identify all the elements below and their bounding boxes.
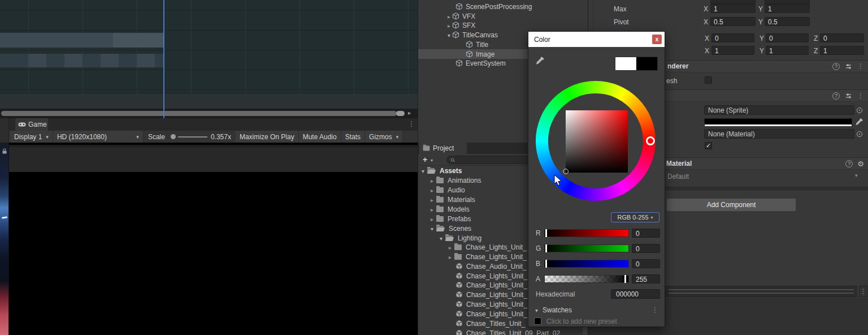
pivot-y-field[interactable]: 0.5: [765, 17, 810, 26]
rotation-y-field[interactable]: 0: [766, 33, 809, 42]
maximize-on-play-button[interactable]: Maximize On Play: [236, 131, 299, 143]
foldout-arrow-icon[interactable]: [431, 196, 433, 204]
rotation-x-field[interactable]: 0: [711, 33, 754, 42]
presets-icon[interactable]: [845, 63, 852, 70]
chevron-down-icon[interactable]: [431, 158, 433, 163]
timeline-clip-segment[interactable]: [113, 33, 163, 48]
swatches-foldout-icon[interactable]: [535, 306, 538, 314]
swatches-label[interactable]: Swatches: [542, 306, 572, 314]
scale-slider-knob[interactable]: [171, 134, 176, 139]
foldout-arrow-icon[interactable]: [449, 243, 452, 251]
foldout-arrow-icon[interactable]: [440, 234, 442, 242]
tree-item-label: Chase_Lights_Unit_: [466, 243, 527, 251]
channel-g-value-field[interactable]: 0: [632, 244, 660, 253]
slider-handle[interactable]: [545, 244, 547, 252]
scale-z-field[interactable]: 1: [820, 46, 864, 55]
color-mode-dropdown[interactable]: RGB 0-255 ▾: [611, 212, 659, 222]
foldout-arrow-icon[interactable]: [448, 12, 450, 20]
channel-a-slider[interactable]: [544, 275, 629, 283]
object-picker-button[interactable]: [855, 130, 863, 138]
field-partial[interactable]: [710, 0, 756, 4]
channel-r-value-field[interactable]: 0: [632, 229, 660, 238]
help-icon[interactable]: [832, 63, 840, 70]
pivot-x-field[interactable]: 0.5: [710, 17, 756, 26]
object-picker-icon: [857, 131, 862, 137]
help-icon[interactable]: [832, 92, 840, 100]
gizmos-dropdown[interactable]: Gizmos: [365, 131, 403, 143]
foldout-arrow-icon[interactable]: [431, 186, 433, 194]
swatches-menu-icon[interactable]: [652, 307, 658, 313]
component-menu-icon[interactable]: [857, 92, 864, 99]
foldout-arrow-icon[interactable]: [448, 22, 450, 29]
channel-g-slider[interactable]: [544, 244, 629, 252]
playhead[interactable]: [163, 0, 164, 118]
max-y-field[interactable]: 1: [765, 4, 810, 13]
foldout-arrow-icon[interactable]: [422, 167, 424, 175]
color-mode-label: RGB 0-255: [617, 214, 648, 221]
source-image-field[interactable]: None (Sprite): [704, 105, 854, 115]
close-button[interactable]: x: [652, 35, 662, 44]
channel-a-value-field[interactable]: 255: [632, 274, 660, 284]
saturation-value-box[interactable]: [566, 110, 628, 173]
cull-transparent-mesh-checkbox[interactable]: [705, 76, 712, 84]
preview-menu-button[interactable]: [859, 286, 867, 297]
foldout-arrow-icon[interactable]: [431, 205, 433, 213]
preview-resize-bar[interactable]: [665, 286, 857, 297]
preset-hint-label[interactable]: Click to add new preset: [546, 317, 617, 325]
create-asset-button[interactable]: [423, 155, 427, 164]
foldout-arrow-icon[interactable]: [431, 215, 433, 223]
scale-y-field[interactable]: 1: [766, 46, 809, 55]
help-icon[interactable]: [845, 160, 853, 168]
gear-icon[interactable]: [857, 160, 864, 168]
scale-x-field[interactable]: 1: [711, 46, 754, 55]
material-field[interactable]: None (Material): [704, 129, 854, 139]
rotation-z-field[interactable]: 0: [820, 33, 864, 42]
slider-handle[interactable]: [545, 229, 547, 237]
channel-r-slider[interactable]: [544, 229, 629, 237]
hierarchy-item-vfx[interactable]: VFX: [418, 11, 588, 21]
add-component-button[interactable]: Add Component: [666, 198, 796, 212]
hierarchy-item-scenepostprocessing[interactable]: ScenePostProcessing: [418, 2, 588, 11]
scale-slider-track[interactable]: [178, 136, 207, 138]
foldout-arrow-icon[interactable]: [431, 225, 433, 233]
hexadecimal-field[interactable]: 000000: [611, 289, 660, 299]
eyedropper-icon[interactable]: [535, 56, 545, 66]
timeline-panel[interactable]: ▸: [0, 0, 418, 118]
slider-handle[interactable]: [624, 275, 626, 283]
folder-icon: [436, 216, 444, 222]
tab-game[interactable]: Game: [15, 118, 48, 131]
preset-swatch-black[interactable]: [534, 317, 541, 325]
hierarchy-item-sfx[interactable]: SFX: [418, 20, 588, 30]
field-partial[interactable]: [765, 0, 810, 4]
game-pane-menu-icon[interactable]: [408, 121, 415, 127]
image-color-swatch[interactable]: [704, 118, 852, 127]
lock-icon[interactable]: [1, 148, 8, 154]
unity-scene-icon: [455, 320, 463, 327]
slider-handle[interactable]: [545, 260, 547, 268]
display-dropdown[interactable]: Display 1: [10, 131, 53, 143]
tab-project[interactable]: Project: [419, 143, 467, 154]
chevron-down-icon[interactable]: ▾: [855, 173, 858, 178]
saturation-value-handle[interactable]: [563, 169, 568, 174]
mute-audio-button[interactable]: Mute Audio: [299, 131, 341, 143]
scrollbar-thumb-cap[interactable]: [396, 111, 405, 116]
tree-item-scene-asset[interactable]: Chase_Titles_Unit_09_Part_02: [418, 328, 588, 335]
channel-b-value-field[interactable]: 0: [632, 259, 660, 268]
channel-a-value: 255: [636, 276, 647, 284]
object-picker-button[interactable]: [855, 106, 863, 114]
max-x-field[interactable]: 1: [710, 4, 756, 13]
raycast-target-checkbox[interactable]: [705, 142, 712, 149]
dialog-title-bar[interactable]: Color: [528, 32, 665, 47]
scrollbar-arrow-icon[interactable]: ▸: [408, 109, 411, 117]
hue-handle[interactable]: [646, 136, 655, 145]
resolution-dropdown[interactable]: HD (1920x1080): [53, 131, 144, 143]
presets-icon[interactable]: [845, 92, 852, 100]
channel-b-slider[interactable]: [544, 260, 629, 268]
eyedropper-icon[interactable]: [854, 118, 863, 127]
foldout-arrow-icon[interactable]: [431, 177, 433, 184]
foldout-arrow-icon[interactable]: [448, 31, 450, 39]
scrollbar-thumb[interactable]: [1, 111, 397, 116]
foldout-arrow-icon[interactable]: [449, 253, 452, 261]
stats-button[interactable]: Stats: [341, 131, 365, 143]
component-menu-icon[interactable]: [857, 63, 864, 70]
